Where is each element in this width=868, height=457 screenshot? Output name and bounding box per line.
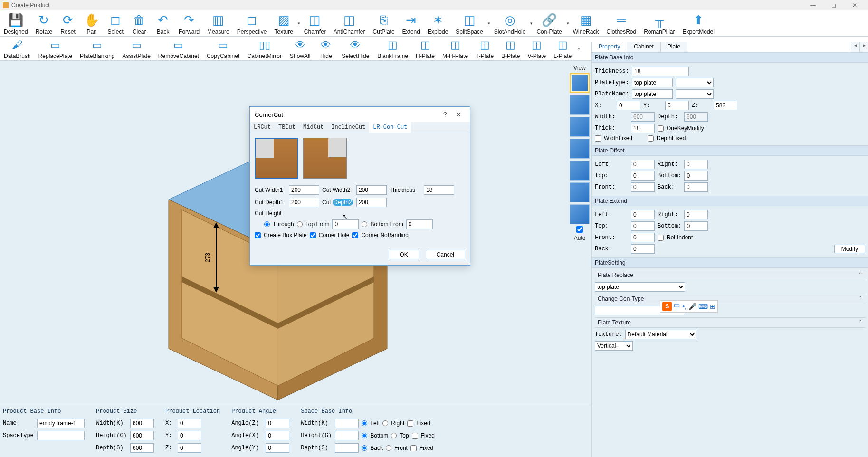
ribbon2-l-plate[interactable]: ◫L-Plate [550, 37, 575, 60]
plate-replace-select[interactable]: top plate [595, 282, 685, 292]
space-type-input[interactable] [37, 431, 85, 440]
ribbon-texture[interactable]: ▨Texture [270, 10, 296, 36]
depthfixed-checkbox[interactable] [648, 135, 654, 142]
dialog-close-button[interactable]: ✕ [452, 111, 465, 118]
ribbon2-blankframe[interactable]: ◫BlankFrame [373, 37, 412, 60]
extend-right[interactable] [684, 210, 708, 219]
ime-toolbar[interactable]: S 中 •, 🎤 ⌨ ⊞ [660, 300, 718, 313]
dlg-tab-midcut[interactable]: MidCut [299, 122, 327, 133]
product-name-input[interactable] [37, 419, 85, 428]
size-height[interactable] [130, 431, 154, 440]
ribbon2-plateblanking[interactable]: ▭PlateBlanking [76, 37, 118, 60]
ribbon-forward[interactable]: ↷Forward [175, 10, 203, 36]
ribbon2-t-plate[interactable]: ◫T-Plate [472, 37, 497, 60]
platename-input[interactable] [632, 89, 673, 99]
loc-x[interactable] [178, 419, 201, 428]
ribbon2-selecthide[interactable]: 👁SelectHide [338, 37, 373, 60]
cut-shape-right[interactable] [303, 138, 347, 179]
cornernobanding-checkbox[interactable] [352, 232, 358, 238]
ribbon-back[interactable]: ↶Back [151, 10, 175, 36]
ribbon2-h-plate[interactable]: ◫H-Plate [412, 37, 439, 60]
ribbon2-cabinetmirror[interactable]: ▯▯CabinetMirror [243, 37, 286, 60]
topfrom-input[interactable] [332, 219, 359, 229]
thickness-input[interactable] [632, 67, 689, 76]
ribbon-perspective[interactable]: ◻Perspective [233, 10, 271, 36]
cut-shape-left[interactable] [255, 138, 298, 179]
cut-thickness-input[interactable] [424, 185, 454, 195]
con-type-header[interactable]: Change Con-Type⌃ [595, 294, 865, 304]
z-input[interactable] [714, 101, 737, 110]
topfrom-radio[interactable] [297, 221, 303, 227]
extend-top[interactable] [631, 221, 655, 231]
ribbon-designed[interactable]: 💾Designed [0, 10, 32, 36]
y-input[interactable] [665, 101, 689, 110]
view-bottom[interactable] [570, 204, 590, 224]
thick-input[interactable] [631, 124, 655, 133]
dlg-tab-lrcut[interactable]: LRCut [250, 122, 275, 133]
view-right[interactable] [570, 139, 590, 159]
ribbon-cutplate[interactable]: ⎘CutPlate [369, 10, 399, 36]
ribbon-romanpillar[interactable]: ╥RomanPillar [640, 10, 678, 36]
ribbon-reset[interactable]: ⟳Reset [56, 10, 80, 36]
ribbon-overflow[interactable]: » [575, 46, 582, 51]
space-depth[interactable] [335, 443, 359, 453]
size-depth[interactable] [130, 443, 154, 453]
maximize-button[interactable]: ◻ [823, 0, 844, 10]
ribbon2-assistplate[interactable]: ▭AssistPlate [118, 37, 154, 60]
offset-top[interactable] [631, 171, 655, 181]
ribbon-clear[interactable]: 🗑Clear [127, 10, 151, 36]
angle-y[interactable] [266, 443, 289, 453]
bottomfrom-input[interactable] [406, 219, 433, 229]
angle-z[interactable] [266, 419, 289, 428]
space-w-fixed[interactable] [407, 420, 413, 427]
extend-front[interactable] [631, 233, 655, 242]
view-auto-checkbox[interactable] [576, 226, 583, 233]
ribbon2-removecabinet[interactable]: ▭RemoveCabinet [154, 37, 203, 60]
minimize-button[interactable]: — [802, 0, 823, 10]
space-back-radio[interactable] [362, 445, 367, 451]
ribbon-antichamfer[interactable]: ◫AntiChamfer [330, 10, 369, 36]
view-iso[interactable] [570, 73, 590, 93]
view-left[interactable] [570, 117, 590, 137]
space-width[interactable] [335, 419, 359, 428]
ribbon-exportmodel[interactable]: ⬆ExportModel [679, 10, 718, 36]
ribbon2-b-plate[interactable]: ◫B-Plate [497, 37, 524, 60]
ribbon2-copycabinet[interactable]: ▭CopyCabinet [203, 37, 243, 60]
close-button[interactable]: ✕ [844, 0, 865, 10]
sogou-icon[interactable]: S [662, 302, 672, 311]
space-left-radio[interactable] [362, 420, 367, 426]
ime-mic-icon[interactable]: 🎤 [688, 303, 696, 310]
platename-select[interactable] [676, 89, 714, 99]
ime-kbd-icon[interactable]: ⌨ [698, 303, 708, 310]
space-height[interactable] [335, 431, 359, 440]
widthfixed-checkbox[interactable] [595, 135, 601, 142]
dlg-tab-tbcut[interactable]: TBCut [275, 122, 299, 133]
through-radio[interactable] [264, 221, 270, 227]
size-width[interactable] [130, 419, 154, 428]
offset-front[interactable] [631, 182, 655, 192]
ime-lang[interactable]: 中 [674, 302, 680, 311]
ribbon2-replaceplate[interactable]: ▭ReplacePlate [35, 37, 76, 60]
onekey-checkbox[interactable] [658, 125, 664, 132]
ime-grid-icon[interactable]: ⊞ [710, 303, 715, 310]
offset-right[interactable] [684, 160, 708, 169]
ribbon2-v-plate[interactable]: ◫V-Plate [524, 37, 550, 60]
space-bottom-radio[interactable] [362, 433, 367, 438]
tab-plate[interactable]: Plate [661, 42, 687, 52]
ribbon-splitspace[interactable]: ◫SplitSpace [452, 10, 486, 36]
extend-bottom[interactable] [684, 221, 708, 231]
ribbon-pan[interactable]: ✋Pan [80, 10, 104, 36]
view-front[interactable] [570, 95, 590, 115]
texture-orient-select[interactable]: Vertical- [595, 341, 633, 351]
dialog-help-button[interactable]: ? [439, 111, 452, 118]
cut-width2-input[interactable] [356, 185, 387, 195]
space-front-radio[interactable] [386, 445, 391, 451]
space-h-fixed[interactable] [412, 433, 418, 439]
space-right-radio[interactable] [382, 420, 388, 426]
cancel-button[interactable]: Cancel [426, 250, 465, 259]
modify-button[interactable]: Modify [834, 245, 865, 253]
cut-depth2-input[interactable] [356, 198, 387, 207]
cut-depth1-input[interactable] [289, 198, 319, 207]
ribbon2-hide[interactable]: 👁Hide [314, 37, 338, 60]
view-back[interactable] [570, 182, 590, 202]
